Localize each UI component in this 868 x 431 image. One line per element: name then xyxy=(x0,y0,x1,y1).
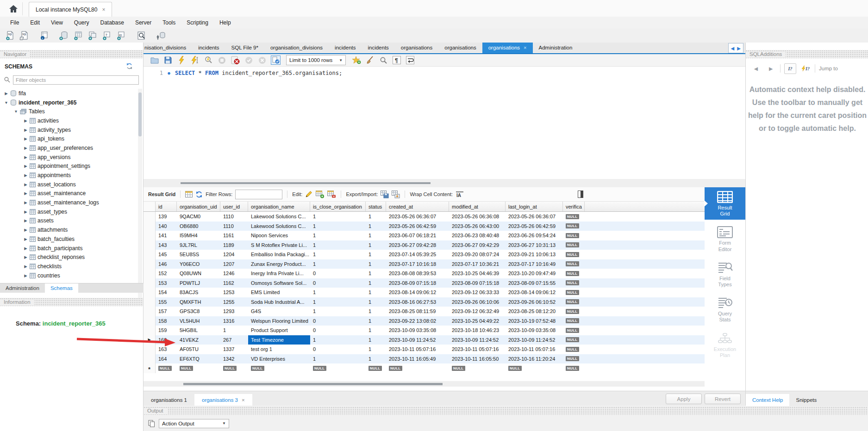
explain-icon[interactable] xyxy=(203,55,214,65)
cell-last_login_at[interactable]: 2023-06-27 10:31:13 xyxy=(506,240,563,250)
cell-organisation_uid[interactable]: 41VEKZ xyxy=(177,335,220,345)
table-row[interactable]: 152Q08UWN1246Inergy Infra Private Li...0… xyxy=(144,269,705,278)
expand-icon[interactable]: ▶ xyxy=(23,182,28,187)
cell-status[interactable]: 1 xyxy=(366,240,386,250)
expand-icon[interactable]: ▶ xyxy=(23,118,28,123)
filter-objects-input[interactable] xyxy=(13,75,139,85)
add-row-icon[interactable] xyxy=(316,191,325,198)
cell-null[interactable]: NULL xyxy=(220,363,248,373)
cell-created_at[interactable]: 2023-08-16 06:27:53 xyxy=(386,297,449,307)
expand-icon[interactable]: ▶ xyxy=(23,173,28,178)
cell-is_close_organisation[interactable]: 0 xyxy=(310,269,366,278)
cell-modified_at[interactable]: 2023-06-23 08:40:48 xyxy=(449,231,506,240)
cell-verification[interactable]: NULL xyxy=(563,326,585,335)
table-row[interactable]: 155QMXFTH1255Soda Hub Industrial A...112… xyxy=(144,297,705,307)
navigator-tab-administration[interactable]: Administration xyxy=(0,283,45,293)
table-row[interactable]: 1455EU8SS1204Emballiso India Packagi...1… xyxy=(144,250,705,259)
cell-last_login_at[interactable]: 2023-08-09 07:15:55 xyxy=(506,278,563,288)
cell-organisation_name[interactable]: Inergy Infra Private Li... xyxy=(248,269,310,278)
row-marker[interactable] xyxy=(144,326,156,335)
save-snippet-icon[interactable] xyxy=(351,55,362,65)
collapse-panel-icon[interactable] xyxy=(578,191,583,198)
cell-modified_at[interactable]: 2023-10-11 05:07:16 xyxy=(449,345,506,354)
row-marker[interactable] xyxy=(144,354,156,364)
expand-icon[interactable]: ▶ xyxy=(23,146,28,150)
tree-item-appointments[interactable]: ▶appointments xyxy=(0,171,136,180)
table-row[interactable]: 164EF6XTQ1342VD Enterprises112023-10-11 … xyxy=(144,354,705,364)
cell-user_id[interactable]: 1110 xyxy=(220,212,248,222)
editor-tab-organisations[interactable]: organisations xyxy=(438,43,482,53)
wrap-text-icon[interactable] xyxy=(405,55,416,65)
table-row[interactable]: 1399QACM01110Lakewood Solutions C...1120… xyxy=(144,212,705,222)
expand-icon[interactable]: ▶ xyxy=(23,264,28,269)
scrollbar-thumb[interactable] xyxy=(183,383,443,385)
cell-modified_at[interactable]: 2023-08-09 07:15:18 xyxy=(449,278,506,288)
cell-status[interactable]: 1 xyxy=(366,278,386,288)
tree-item-activities[interactable]: ▶activities xyxy=(0,116,136,125)
cell-null[interactable]: NULL xyxy=(310,363,366,373)
cell-created_at[interactable]: 2023-05-26 06:42:59 xyxy=(386,222,449,231)
tree-item-assets[interactable]: ▶assets xyxy=(0,216,136,226)
cell-organisation_uid[interactable]: OB6880 xyxy=(177,222,220,231)
cell-modified_at[interactable]: 2023-09-20 08:07:24 xyxy=(449,250,506,259)
connection-tab[interactable]: Local instance MySQL80 × xyxy=(29,2,112,17)
cell-verification[interactable]: NULL xyxy=(563,231,585,240)
cell-last_login_at[interactable]: 2023-10-11 05:07:16 xyxy=(506,345,563,354)
expand-icon[interactable]: ▶ xyxy=(23,164,28,168)
create-procedure-icon[interactable]: ? xyxy=(101,30,113,41)
row-marker[interactable] xyxy=(144,212,156,222)
cell-modified_at[interactable]: 2023-10-25 04:49:22 xyxy=(449,316,506,326)
cell-verification[interactable]: NULL xyxy=(563,316,585,326)
tree-item-api_tokens[interactable]: ▶api_tokens xyxy=(0,134,136,143)
cell-user_id[interactable]: 1316 xyxy=(220,316,248,326)
apply-button[interactable]: Apply xyxy=(666,394,702,404)
close-icon[interactable]: × xyxy=(102,6,105,13)
editor-tab-incidents[interactable]: incidents xyxy=(329,43,362,53)
table-row[interactable]: 1595HGBIL1Product Support012023-10-09 03… xyxy=(144,326,705,335)
tree-item-asset_locations[interactable]: ▶asset_locations xyxy=(0,180,136,189)
cell-organisation_name[interactable]: Test Timezone xyxy=(248,335,310,345)
cell-verification[interactable]: NULL xyxy=(563,278,585,288)
cell-status[interactable]: 1 xyxy=(366,345,386,354)
cell-modified_at[interactable]: 2023-09-26 06:10:06 xyxy=(449,297,506,307)
cell-created_at[interactable]: 2023-08-08 08:39:53 xyxy=(386,269,449,278)
row-marker[interactable] xyxy=(144,240,156,250)
tab-administration[interactable]: Administration xyxy=(533,43,579,53)
cell-last_login_at[interactable]: 2023-05-26 06:36:07 xyxy=(506,212,563,222)
cell-created_at[interactable]: 2023-10-11 05:07:16 xyxy=(386,345,449,354)
view-button-query-stats[interactable]: Query Stats xyxy=(705,293,745,326)
expand-icon[interactable]: ▶ xyxy=(23,255,28,259)
cell-id[interactable]: 139 xyxy=(156,212,177,222)
menu-item-help[interactable]: Help xyxy=(214,17,237,29)
search-icon[interactable] xyxy=(135,30,147,41)
tree-item-batch_participants[interactable]: ▶batch_participants xyxy=(0,244,136,253)
cell-modified_at[interactable]: 2023-09-12 06:33:33 xyxy=(449,288,506,297)
column-header-status[interactable]: status xyxy=(366,202,386,211)
stop-on-error-icon[interactable] xyxy=(230,55,241,65)
cell-verification[interactable]: NULL xyxy=(563,240,585,250)
cell-user_id[interactable]: 1253 xyxy=(220,288,248,297)
cell-status[interactable]: 1 xyxy=(366,297,386,307)
home-button[interactable] xyxy=(5,2,23,15)
cell-created_at[interactable]: 2023-08-09 07:15:18 xyxy=(386,278,449,288)
editor-tab-sql-file-9-[interactable]: SQL File 9* xyxy=(225,43,264,53)
tree-item-asset_maintenance_logs[interactable]: ▶asset_maintenance_logs xyxy=(0,198,136,207)
cell-organisation_name[interactable]: Product Support xyxy=(248,326,310,335)
cell-null[interactable]: NULL xyxy=(156,363,177,373)
view-button-result-grid[interactable]: Result Grid xyxy=(705,187,745,220)
cell-verification[interactable]: NULL xyxy=(563,288,585,297)
column-header-user_id[interactable]: user_id xyxy=(220,202,248,211)
cell-status[interactable]: 1 xyxy=(366,307,386,316)
cell-user_id[interactable]: 1337 xyxy=(220,345,248,354)
navigator-scrollbar[interactable] xyxy=(138,89,142,306)
cell-organisation_uid[interactable]: 5HGBIL xyxy=(177,326,220,335)
tree-item-asset_maintenance[interactable]: ▶asset_maintenance xyxy=(0,189,136,198)
cell-created_at[interactable]: 2023-10-09 03:35:08 xyxy=(386,326,449,335)
cell-status[interactable]: 1 xyxy=(366,259,386,269)
cell-organisation_name[interactable]: G4S xyxy=(248,307,310,316)
cell-null[interactable]: NULL xyxy=(248,363,310,373)
scroll-tabs-left-icon[interactable]: ◀ xyxy=(731,46,735,51)
menu-item-file[interactable]: File xyxy=(5,17,25,29)
cell-organisation_uid[interactable]: I59MH4 xyxy=(177,231,220,240)
table-row[interactable]: 163AF05TU1337test org 1012023-10-11 05:0… xyxy=(144,345,705,354)
